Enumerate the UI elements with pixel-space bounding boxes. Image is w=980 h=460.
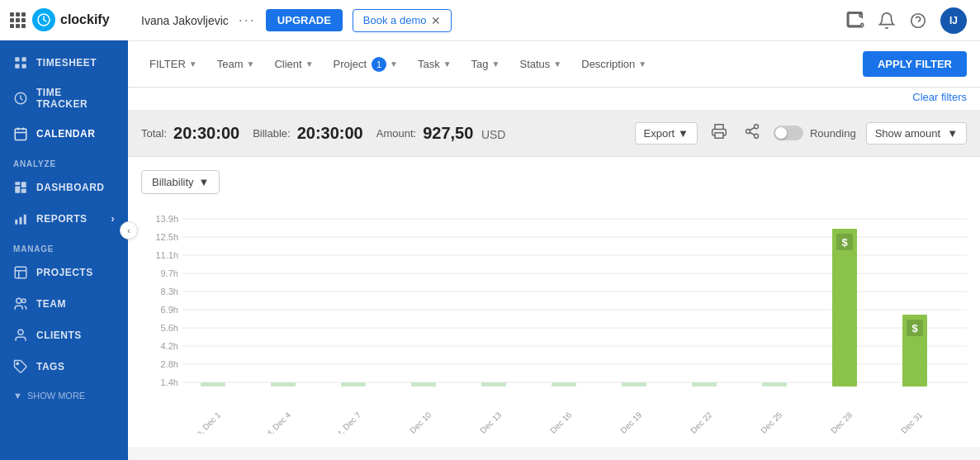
stats-actions: Export ▼ Rounding	[635, 120, 967, 146]
filter-button[interactable]: FILTER ▼	[141, 53, 206, 75]
client-arrow-icon: ▼	[305, 59, 314, 69]
svg-text:Sat, Dec 7: Sat, Dec 7	[329, 410, 363, 434]
sidebar-item-team[interactable]: TEAM	[0, 288, 128, 320]
svg-text:8.3h: 8.3h	[161, 287, 178, 296]
filter-arrow-icon: ▼	[189, 59, 197, 69]
bar-4[interactable]	[481, 382, 506, 386]
export-button[interactable]: Export ▼	[635, 122, 698, 145]
bar-2[interactable]	[341, 382, 366, 386]
bar-1[interactable]	[271, 382, 296, 386]
sidebar-item-reports[interactable]: REPORTS ›	[0, 203, 128, 235]
project-filter-button[interactable]: Project 1 ▼	[325, 52, 406, 77]
svg-rect-8	[21, 182, 26, 187]
svg-text:4.2h: 4.2h	[161, 341, 178, 351]
svg-rect-13	[24, 215, 26, 225]
sidebar-item-tags[interactable]: TAGS	[0, 351, 128, 382]
show-amount-button[interactable]: Show amount ▼	[866, 122, 967, 145]
svg-text:Mon, Dec 16: Mon, Dec 16	[534, 410, 574, 434]
logo[interactable]: clockify	[32, 8, 110, 31]
rounding-toggle-container: Rounding	[774, 126, 856, 140]
sidebar-item-clients[interactable]: CLIENTS	[0, 320, 128, 351]
sidebar-collapse-button[interactable]: ‹	[120, 221, 138, 239]
svg-point-17	[18, 330, 23, 334]
upgrade-button[interactable]: UPGRADE	[266, 9, 343, 31]
description-filter-label: Description	[581, 58, 635, 70]
print-button[interactable]	[708, 120, 731, 146]
bar-5[interactable]	[552, 382, 576, 386]
apps-grid-icon[interactable]	[10, 12, 26, 28]
team-filter-button[interactable]: Team ▼	[209, 53, 263, 75]
sidebar-item-projects[interactable]: PROJECTS	[0, 257, 128, 288]
tag-filter-button[interactable]: Tag ▼	[463, 53, 509, 75]
timesheet-icon	[13, 55, 28, 70]
svg-text:Sun, Dec 1: Sun, Dec 1	[187, 410, 223, 434]
scrollable-content: FILTER ▼ Team ▼ Client ▼ Project 1 ▼ Tas…	[128, 41, 980, 460]
svg-text:Tue, Dec 10: Tue, Dec 10	[395, 410, 433, 434]
sidebar-item-calendar[interactable]: CALENDAR	[0, 118, 128, 149]
puzzle-icon[interactable]	[846, 12, 864, 30]
sidebar-item-dashboard[interactable]: DASHBOARD	[0, 172, 128, 203]
svg-rect-2	[22, 57, 26, 61]
svg-rect-9	[15, 187, 20, 193]
demo-close-icon[interactable]: ✕	[431, 14, 441, 27]
description-filter-button[interactable]: Description ▼	[573, 53, 655, 75]
analyze-section-label: ANALYZE	[0, 149, 128, 172]
total-label: Total:	[141, 127, 167, 140]
clear-filters-link[interactable]: Clear filters	[128, 88, 980, 110]
time-tracker-label: TIME TRACKER	[36, 87, 115, 110]
bar-9[interactable]	[832, 229, 857, 386]
export-arrow-icon: ▼	[678, 127, 689, 140]
bar-6[interactable]	[622, 382, 646, 386]
svg-point-19	[911, 13, 926, 27]
svg-rect-12	[20, 217, 22, 225]
task-arrow-icon: ▼	[443, 59, 452, 69]
svg-point-22	[754, 134, 758, 138]
svg-text:Wed, Dec 25: Wed, Dec 25	[744, 410, 784, 434]
svg-text:Sun, Dec 22: Sun, Dec 22	[675, 410, 714, 434]
total-value: 20:30:00	[173, 124, 239, 143]
share-button[interactable]	[741, 120, 764, 146]
bar-chart: 13.9h 12.5h 11.1h 9.7h 8.3h 6.9h 5.6h 4.…	[141, 211, 967, 434]
tag-arrow-icon: ▼	[492, 59, 500, 69]
svg-point-18	[17, 363, 18, 364]
tag-filter-label: Tag	[471, 58, 489, 70]
billability-button[interactable]: Billability ▼	[141, 170, 220, 194]
bar-3[interactable]	[411, 382, 436, 386]
clients-label: CLIENTS	[36, 330, 82, 341]
avatar[interactable]: IJ	[940, 7, 967, 34]
bar-7[interactable]	[692, 382, 717, 386]
bell-icon[interactable]	[878, 12, 896, 30]
svg-text:Fri, Dec 13: Fri, Dec 13	[468, 410, 504, 434]
svg-text:Tue, Dec 31: Tue, Dec 31	[886, 410, 924, 434]
rounding-toggle[interactable]	[774, 126, 803, 140]
project-filter-label: Project	[334, 58, 367, 70]
client-filter-button[interactable]: Client ▼	[266, 53, 321, 75]
svg-text:11.1h: 11.1h	[155, 250, 178, 260]
description-arrow-icon: ▼	[638, 59, 646, 69]
svg-text:2.8h: 2.8h	[161, 359, 178, 369]
status-filter-button[interactable]: Status ▼	[511, 53, 570, 75]
apply-filter-button[interactable]: APPLY FILTER	[863, 51, 967, 77]
svg-rect-6	[15, 129, 26, 140]
svg-text:$: $	[841, 236, 848, 249]
book-demo-button[interactable]: Book a demo ✕	[353, 9, 452, 32]
svg-rect-1	[15, 57, 19, 61]
svg-point-16	[22, 299, 26, 303]
sidebar-item-time-tracker[interactable]: TIME TRACKER	[0, 78, 128, 118]
bar-8[interactable]	[762, 382, 787, 386]
nav-list: TIMESHEET TIME TRACKER CALENDAR ANALYZE	[0, 40, 128, 460]
bar-0[interactable]	[201, 382, 225, 386]
show-more-button[interactable]: ▼ SHOW MORE	[0, 382, 128, 409]
sidebar-nav: clockify TIMESHEET TIME TRACKER	[0, 0, 128, 460]
svg-text:6.9h: 6.9h	[161, 305, 178, 315]
task-filter-button[interactable]: Task ▼	[410, 53, 460, 75]
top-header: Ivana Jakovljevic ··· UPGRADE Book a dem…	[128, 0, 980, 41]
team-icon	[13, 296, 28, 311]
amount-value: 927,50 USD	[423, 124, 505, 143]
clients-icon	[13, 328, 28, 343]
filter-bar: FILTER ▼ Team ▼ Client ▼ Project 1 ▼ Tas…	[128, 41, 980, 88]
more-options-button[interactable]: ···	[239, 12, 256, 29]
sidebar-item-timesheet[interactable]: TIMESHEET	[0, 47, 128, 78]
help-icon[interactable]	[909, 12, 927, 30]
export-label: Export	[644, 127, 675, 140]
